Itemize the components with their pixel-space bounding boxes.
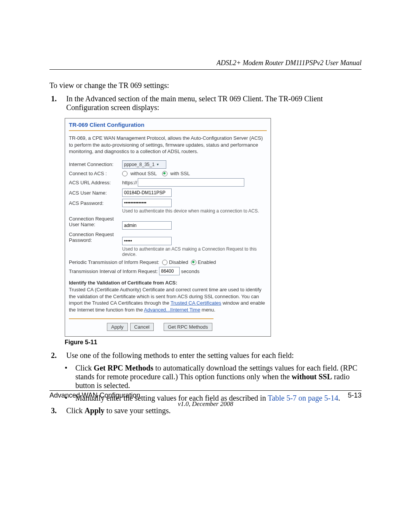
ssl-radio-group: without SSL with SSL (122, 171, 190, 177)
ordered-list: 1. In the Advanced section of the main m… (49, 94, 362, 112)
acs-url-input[interactable] (138, 178, 244, 187)
get-rpc-button[interactable]: Get RPC Methods (164, 323, 212, 331)
acs-url-prefix: https:// (122, 180, 137, 185)
footer-left: Advanced WAN Configuration (49, 391, 140, 399)
chevron-down-icon: ▾ (157, 162, 159, 166)
row-conn-user: Connection Request User Name: (69, 216, 267, 230)
tr069-config-figure: TR-069 Client Configuration TR-069, a CP… (65, 118, 271, 337)
apply-button[interactable]: Apply (107, 323, 128, 331)
row-conn-pass: Connection Request Password: (69, 232, 267, 245)
footer-rule (49, 390, 362, 391)
label-inform-disabled: Disabled (169, 259, 188, 265)
help-conn-pass: Used to authenticate an ACS making a Con… (122, 246, 267, 257)
label-conn-pass: Connection Request Password: (69, 232, 122, 243)
cancel-button[interactable]: Cancel (130, 323, 154, 331)
footer-row: Advanced WAN Configuration 5-13 (49, 391, 362, 399)
bullet-dot-icon: • (65, 364, 75, 390)
label-conn-user-l1: Connection Request (69, 216, 122, 222)
step-1: 1. In the Advanced section of the main m… (51, 94, 362, 112)
b1-bold: Get RPC Methods (94, 364, 153, 372)
figure-buttons: Apply Cancel Get RPC Methods (107, 323, 267, 331)
label-acs-user: ACS User Name: (69, 190, 122, 196)
label-inform-unit: seconds (181, 268, 199, 274)
label-with-ssl: with SSL (170, 171, 190, 176)
step-body: Use one of the following methods to ente… (66, 351, 362, 360)
figure-separator (69, 318, 213, 319)
cert-heading: Identify the Validation of Certificate f… (69, 280, 267, 286)
row-acs-user: ACS User Name: (69, 189, 267, 197)
row-inform-periodic: Periodic Transmission of Inform Request:… (69, 259, 267, 265)
help-acs-pass: Used to authenticate this device when ma… (122, 208, 267, 214)
inform-interval-input[interactable] (159, 267, 180, 275)
bullet-body: Click Get RPC Methods to automatically d… (75, 364, 362, 390)
footer-version: v1.0, December 2008 (49, 400, 362, 408)
header-title: ADSL2+ Modem Router DM111PSPv2 User Manu… (49, 59, 362, 67)
step-number: 1. (51, 94, 66, 112)
figure-title: TR-069 Client Configuration (69, 121, 267, 131)
cert-paragraph: Trusted CA (Certificate Authority) Certi… (69, 286, 267, 313)
content-area: ADSL2+ Modem Router DM111PSPv2 User Manu… (49, 59, 362, 419)
step-2: 2. Use one of the following methods to e… (51, 351, 362, 360)
conn-pass-input[interactable] (122, 237, 172, 245)
radio-without-ssl[interactable] (122, 171, 127, 176)
label-inform-periodic: Periodic Transmission of Inform Request: (69, 259, 159, 265)
radio-with-ssl[interactable] (162, 171, 167, 176)
label-inform-interval: Transmission Interval of Inform Request: (69, 268, 158, 274)
row-internet-connection: Internet Connection: pppoe_8_35_1 ▾ (69, 160, 267, 169)
internet-connection-value: pppoe_8_35_1 (124, 162, 155, 167)
label-acs-url: ACS URL Address: (69, 180, 122, 185)
internet-connection-select[interactable]: pppoe_8_35_1 ▾ (122, 160, 166, 169)
label-conn-pass-l2: Password: (69, 237, 122, 243)
label-conn-user: Connection Request User Name: (69, 216, 122, 227)
label-internet-connection: Internet Connection: (69, 161, 122, 167)
bullet-1: • Click Get RPC Methods to automatically… (65, 364, 362, 390)
label-without-ssl: without SSL (131, 171, 157, 176)
row-inform-interval: Transmission Interval of Inform Request:… (69, 267, 267, 275)
footer-page-number: 5-13 (348, 391, 362, 399)
radio-inform-enabled[interactable] (191, 260, 196, 265)
acs-user-input[interactable] (122, 189, 172, 197)
acs-pass-input[interactable] (122, 199, 172, 207)
label-conn-user-l2: User Name: (69, 222, 122, 227)
b1-bold2: without SSL (292, 372, 332, 381)
figure-description: TR-069, a CPE WAN Management Protocol, a… (69, 135, 267, 155)
figure-caption: Figure 5-11 (65, 339, 362, 346)
row-acs-pass: ACS Password: (69, 199, 267, 207)
header-rule (49, 69, 362, 70)
label-inform-enabled: Enabled (198, 259, 216, 265)
ordered-list-2: 2. Use one of the following methods to e… (49, 351, 362, 360)
row-acs-url: ACS URL Address: https:// (69, 178, 267, 187)
intro-text: To view or change the TR 069 settings: (49, 81, 362, 90)
label-conn-pass-l1: Connection Request (69, 232, 122, 237)
footer: Advanced WAN Configuration 5-13 v1.0, De… (49, 390, 362, 408)
cert-text-post: menu. (202, 307, 215, 313)
step-body: In the Advanced section of the main menu… (66, 94, 362, 112)
step-number: 2. (51, 351, 66, 360)
b1-pre: Click (75, 364, 94, 372)
label-connect-to-acs: Connect to ACS : (69, 171, 122, 176)
label-acs-pass: ACS Password: (69, 200, 122, 206)
link-internet-time[interactable]: Advanced...|Internet Time (144, 307, 200, 313)
page: ADSL2+ Modem Router DM111PSPv2 User Manu… (0, 0, 411, 532)
link-trusted-ca[interactable]: Trusted CA Certificates (170, 300, 221, 306)
row-connect-to-acs: Connect to ACS : without SSL with SSL (69, 171, 267, 177)
radio-inform-disabled[interactable] (162, 260, 167, 265)
conn-user-input[interactable] (122, 221, 172, 230)
